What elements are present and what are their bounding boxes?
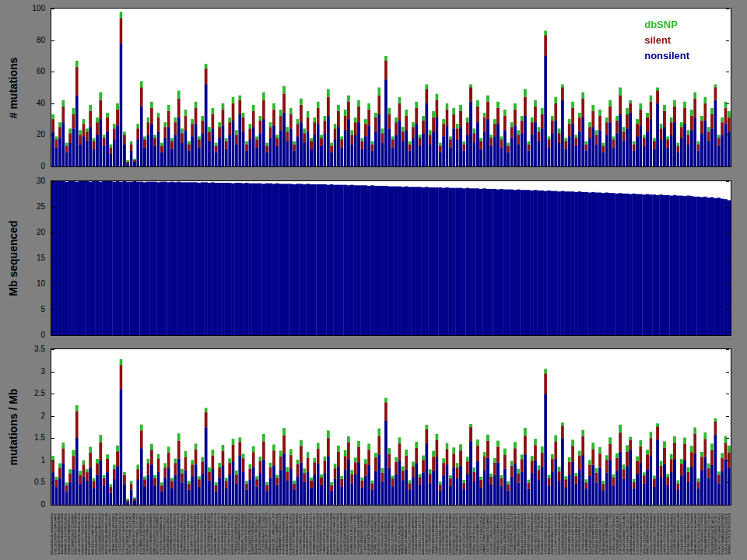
mutation-counts-bars-canvas (51, 9, 731, 166)
y-tick-label: 25 (0, 202, 45, 212)
legend: dbSNP silent nonsilent (644, 17, 689, 64)
y-axis-label-mutations: # mutations (3, 8, 23, 167)
y-tick-label: 10 (0, 279, 45, 289)
y-tick-label: 100 (0, 4, 45, 13)
y-tick-label: 1 (0, 456, 45, 465)
y-tick-label: 1.5 (0, 433, 45, 443)
y-tick-label: 60 (0, 67, 45, 76)
y-axis-label-text: # mutations (7, 57, 19, 118)
panel-mutation-counts (51, 8, 731, 167)
y-tick-label: 0 (0, 162, 45, 171)
y-tick-label: 3 (0, 367, 45, 376)
figure: # mutations Mb sequenced mutations / Mb … (0, 0, 747, 560)
y-tick-label: 5 (0, 305, 45, 314)
y-tick-label: 40 (0, 99, 45, 108)
x-axis-sample-labels (51, 508, 731, 558)
legend-label-silent: silent (644, 34, 671, 46)
y-tick-label: 3.5 (0, 345, 45, 354)
y-tick-label: 15 (0, 254, 45, 263)
y-tick-label: 2 (0, 411, 45, 421)
legend-label-dbsnp: dbSNP (644, 19, 678, 30)
panel-mutations-per-mb (51, 348, 731, 506)
y-tick-label: 80 (0, 36, 45, 45)
mb-sequenced-bars-canvas (51, 181, 731, 335)
y-tick-label: 0 (0, 331, 45, 340)
y-tick-label: 20 (0, 130, 45, 139)
y-axis-label-text: mutations / Mb (7, 389, 19, 466)
y-tick-label: 30 (0, 177, 45, 186)
y-tick-label: 0 (0, 500, 45, 509)
legend-item-nonsilent: nonsilent (644, 48, 689, 64)
y-tick-label: 0.5 (0, 478, 45, 487)
mutations-per-mb-bars-canvas (51, 349, 731, 505)
legend-label-nonsilent: nonsilent (644, 50, 689, 61)
panel-mb-sequenced (51, 180, 731, 336)
y-tick-label: 2.5 (0, 389, 45, 398)
y-tick-label: 20 (0, 228, 45, 237)
legend-item-dbsnp: dbSNP (644, 17, 689, 33)
legend-item-silent: silent (644, 33, 689, 48)
